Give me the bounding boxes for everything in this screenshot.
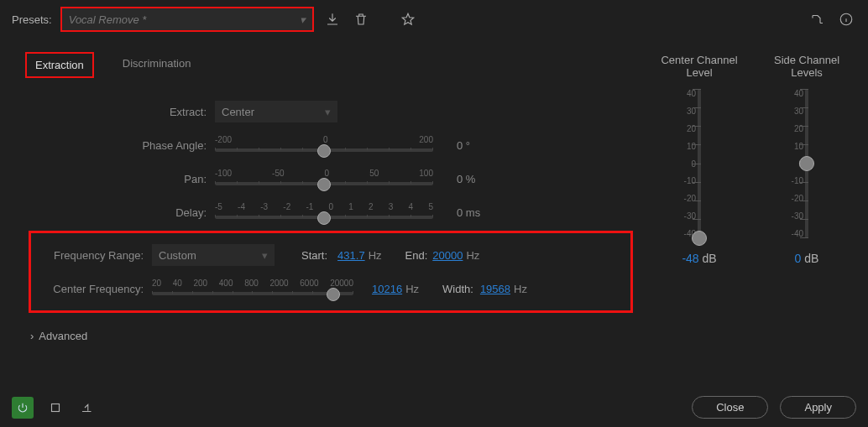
phase-angle-value[interactable]: 0 ° [457,139,507,152]
tab-bar: Extraction Discrimination [12,39,650,83]
side-level-unit: dB [804,252,818,265]
pan-label: Pan: [29,173,215,185]
side-level-title: Side Channel Levels [757,54,856,84]
center-freq-value[interactable]: 10216 [372,283,402,295]
advanced-toggle[interactable]: › Advanced [12,321,650,351]
side-level-slider[interactable]: 403020100-10-20-30-40 [788,89,825,238]
chevron-down-icon: ▾ [300,13,306,26]
delay-slider[interactable]: -5-4-3-2-1012345 [215,206,433,219]
phase-angle-slider[interactable]: -2000200 [215,138,433,152]
info-icon[interactable] [836,9,856,29]
center-freq-label: Center Frequency: [34,283,152,295]
extract-value: Center [222,106,254,118]
preset-dropdown[interactable]: Vocal Remove * ▾ [60,7,314,32]
freq-range-value: Custom [159,249,196,262]
save-preset-icon[interactable] [322,9,342,29]
start-value[interactable]: 431.7 [337,249,365,262]
power-button[interactable] [12,397,34,419]
pan-slider[interactable]: -100-50050100 [215,172,433,185]
svg-rect-1 [52,404,60,411]
chevron-down-icon: ▾ [262,249,268,262]
freq-range-label: Frequency Range: [34,249,152,262]
stop-icon[interactable] [45,398,65,418]
start-unit: Hz [369,249,382,262]
trash-icon[interactable] [351,9,371,29]
center-level-title: Center Channel Level [650,54,749,84]
footer-bar: Close Apply [0,388,868,427]
width-unit: Hz [514,283,527,295]
apply-button[interactable]: Apply [780,396,856,419]
end-label: End: [405,249,428,262]
presets-label: Presets: [12,13,52,26]
start-label: Start: [301,249,327,262]
side-level-value[interactable]: 0 [795,252,802,265]
width-value[interactable]: 19568 [480,283,510,295]
export-icon[interactable] [77,398,97,418]
advanced-label: Advanced [39,330,87,342]
close-button[interactable]: Close [692,396,768,419]
extract-dropdown[interactable]: Center ▾ [215,101,337,122]
freq-range-dropdown[interactable]: Custom ▾ [152,244,275,266]
phase-angle-label: Phase Angle: [29,139,215,152]
center-freq-slider[interactable]: 20402004008002000600020000 [152,282,353,295]
delay-label: Delay: [29,206,215,219]
star-icon[interactable] [398,9,418,29]
width-label: Width: [442,283,473,295]
tab-extraction[interactable]: Extraction [25,52,94,78]
top-toolbar: Presets: Vocal Remove * ▾ [0,0,868,39]
tab-discrimination[interactable]: Discrimination [114,52,200,78]
routing-icon[interactable] [808,9,828,29]
end-unit: Hz [466,249,479,262]
frequency-section: Frequency Range: Custom ▾ Start: 431.7 H… [29,231,633,313]
pan-value[interactable]: 0 % [457,173,507,185]
delay-value[interactable]: 0 ms [457,206,507,219]
chevron-down-icon: ▾ [325,106,331,118]
preset-value: Vocal Remove * [69,13,147,26]
end-value[interactable]: 20000 [432,249,463,262]
chevron-right-icon: › [30,330,34,342]
center-level-value[interactable]: -48 [682,252,698,265]
center-freq-unit: Hz [405,283,419,295]
center-level-slider[interactable]: 403020100-10-20-30-40 [681,89,718,238]
extract-label: Extract: [29,106,215,118]
center-level-unit: dB [703,252,717,265]
